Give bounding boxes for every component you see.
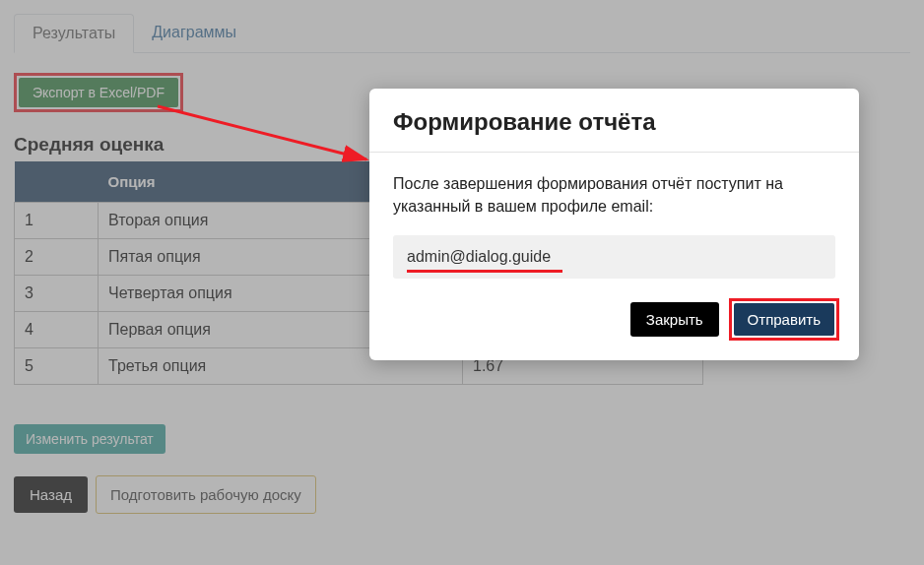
submit-button[interactable]: Отправить: [734, 303, 834, 336]
email-underline-annotation: [407, 270, 562, 273]
modal-footer: Закрыть Отправить: [369, 284, 859, 360]
modal-body: После завершения формирования отчёт пост…: [369, 153, 859, 284]
report-modal: Формирование отчёта После завершения фор…: [369, 89, 859, 360]
email-field: admin@dialog.guide: [393, 235, 835, 278]
modal-description: После завершения формирования отчёт пост…: [393, 172, 835, 218]
close-button[interactable]: Закрыть: [630, 302, 719, 337]
modal-header: Формирование отчёта: [369, 89, 859, 153]
email-value: admin@dialog.guide: [407, 248, 551, 265]
modal-title: Формирование отчёта: [393, 108, 835, 136]
submit-button-highlight: Отправить: [729, 298, 839, 341]
